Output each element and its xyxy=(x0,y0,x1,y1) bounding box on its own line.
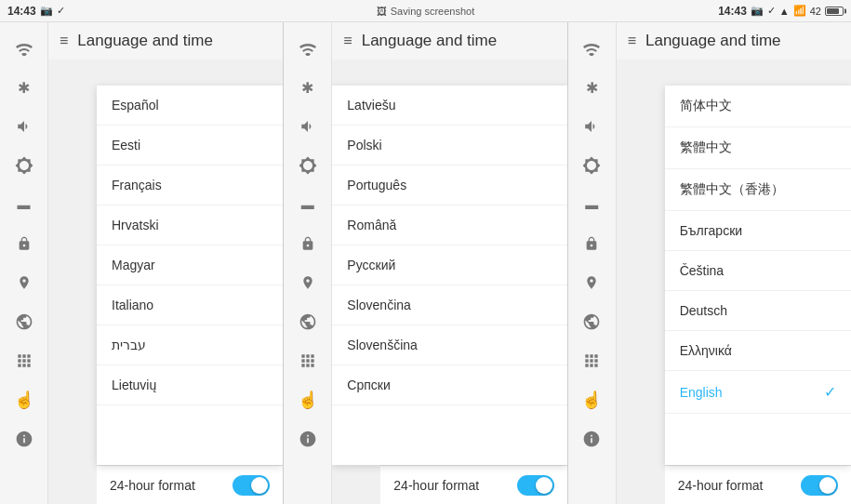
sidebar-volume-2[interactable] xyxy=(287,108,328,145)
sidebar-wifi[interactable] xyxy=(4,30,45,67)
lang-bulgarian[interactable]: Български xyxy=(665,211,851,251)
verified-icon: ✓ xyxy=(57,5,65,17)
sidebar-2: ✱ ▬ ☝ xyxy=(284,22,332,504)
lang-slovenscina[interactable]: Slovenščina xyxy=(332,325,566,365)
sidebar-volume-3[interactable] xyxy=(571,108,612,145)
sidebar-lock-3[interactable] xyxy=(571,225,612,262)
page-header-3: ≡ Language and time xyxy=(617,22,851,60)
sidebar-apps-2[interactable] xyxy=(287,342,328,379)
sidebar-bluetooth-3[interactable]: ✱ xyxy=(571,69,612,106)
sidebar-battery[interactable]: ▬ xyxy=(4,186,45,223)
sidebar-brightness[interactable] xyxy=(4,147,45,184)
lang-hebrew[interactable]: עברית xyxy=(97,325,283,365)
wifi-icon-right: ▲ xyxy=(779,6,790,17)
toggle-3[interactable] xyxy=(801,475,838,496)
sidebar-accessibility-2[interactable]: ☝ xyxy=(287,381,328,418)
lang-lietuvi[interactable]: Lietuvių xyxy=(97,365,283,405)
status-time: 14:43 xyxy=(7,5,36,18)
sidebar-brightness-2[interactable] xyxy=(287,147,328,184)
sidebar-location-3[interactable] xyxy=(571,264,612,301)
sidebar-battery-3[interactable]: ▬ xyxy=(571,186,612,223)
sidebar-accessibility[interactable]: ☝ xyxy=(4,381,45,418)
lang-polski[interactable]: Polski xyxy=(332,126,566,166)
sidebar-globe[interactable] xyxy=(4,303,45,340)
lang-francais[interactable]: Français xyxy=(97,166,283,206)
sidebar-apps-3[interactable] xyxy=(571,342,612,379)
language-dropdown-2: Latviešu Polski Português Română Русский… xyxy=(332,86,566,465)
lang-latviesu[interactable]: Latviešu xyxy=(332,86,566,126)
panel-3: ✱ ▬ ☝ xyxy=(568,22,851,504)
toggle-2[interactable] xyxy=(517,475,554,496)
sidebar-wifi-2[interactable] xyxy=(287,30,328,67)
format-label-3: 24-hour format xyxy=(678,478,764,493)
sidebar-globe-3[interactable] xyxy=(571,303,612,340)
page-title-1: Language and time xyxy=(77,32,213,50)
camera-icon: 📷 xyxy=(40,5,53,17)
screenshot-icon: 🖼 xyxy=(377,6,387,17)
sidebar-info-2[interactable] xyxy=(287,420,328,458)
lang-russian[interactable]: Русский xyxy=(332,245,566,285)
status-bar: 14:43 📷 ✓ 🖼 Saving screenshot 14:43 📷 ✓ … xyxy=(0,0,851,22)
lang-simplified-chinese[interactable]: 简体中文 xyxy=(665,86,851,127)
lang-romana[interactable]: Română xyxy=(332,206,566,245)
lang-deutsch[interactable]: Deutsch xyxy=(665,291,851,331)
lang-greek[interactable]: Ελληνικά xyxy=(665,331,851,371)
content-area-1: ≡ Language and time Español Eesti França… xyxy=(48,22,283,504)
page-title-3: Language and time xyxy=(645,32,781,50)
sidebar-bluetooth-2[interactable]: ✱ xyxy=(287,69,328,106)
sidebar-battery-2[interactable]: ▬ xyxy=(287,186,328,223)
sidebar-bluetooth[interactable]: ✱ xyxy=(4,69,45,106)
check-icon: ✓ xyxy=(824,383,836,401)
lang-srpski[interactable]: Српски xyxy=(332,365,566,405)
panel-1: ✱ ▬ ☝ xyxy=(0,22,284,504)
sidebar-lock-2[interactable] xyxy=(287,225,328,262)
sidebar-3: ✱ ▬ ☝ xyxy=(568,22,617,504)
saving-text: Saving screenshot xyxy=(391,6,475,17)
verified-icon-right: ✓ xyxy=(767,5,776,17)
toggle-1[interactable] xyxy=(233,475,270,496)
lang-espanol[interactable]: Español xyxy=(97,86,283,126)
sidebar-accessibility-3[interactable]: ☝ xyxy=(571,381,612,418)
battery-indicator xyxy=(825,7,844,16)
page-title-2: Language and time xyxy=(362,32,498,50)
format-label-1: 24-hour format xyxy=(110,478,195,493)
main-content: ✱ ▬ ☝ xyxy=(0,22,851,504)
sidebar-info[interactable] xyxy=(4,420,45,458)
sidebar-location-2[interactable] xyxy=(287,264,328,301)
sidebar-info-3[interactable] xyxy=(571,420,612,458)
format-bar-2: 24-hour format xyxy=(380,465,566,504)
hamburger-icon-3: ≡ xyxy=(628,33,636,49)
lang-traditional-chinese-hk[interactable]: 繁體中文（香港） xyxy=(665,169,851,211)
sidebar-volume[interactable] xyxy=(4,108,45,145)
sidebar-brightness-3[interactable] xyxy=(571,147,612,184)
sidebar-lock[interactable] xyxy=(4,225,45,262)
battery-text: 42 xyxy=(810,6,821,17)
status-time-right: 14:43 xyxy=(718,5,747,18)
lang-portugues[interactable]: Português xyxy=(332,166,566,206)
lang-italiano[interactable]: Italiano xyxy=(97,285,283,325)
panel-2: ✱ ▬ ☝ xyxy=(284,22,567,504)
hamburger-icon-1: ≡ xyxy=(60,33,68,49)
page-header-1: ≡ Language and time xyxy=(48,22,283,60)
lang-magyar[interactable]: Magyar xyxy=(97,245,283,285)
lang-english[interactable]: English ✓ xyxy=(665,371,851,414)
language-dropdown-1: Español Eesti Français Hrvatski Magyar I… xyxy=(97,86,283,465)
format-bar-3: 24-hour format xyxy=(665,465,851,504)
format-label-2: 24-hour format xyxy=(393,478,479,493)
status-bar-right: 14:43 📷 ✓ ▲ 📶 42 xyxy=(718,5,844,18)
sidebar-apps[interactable] xyxy=(4,342,45,379)
status-bar-center: 🖼 Saving screenshot xyxy=(377,6,475,17)
format-bar-1: 24-hour format xyxy=(97,465,283,504)
content-area-2: ≡ Language and time Latviešu Polski Port… xyxy=(332,22,566,504)
sidebar-1: ✱ ▬ ☝ xyxy=(0,22,48,504)
lang-hrvatski[interactable]: Hrvatski xyxy=(97,206,283,245)
lang-czech[interactable]: Čeština xyxy=(665,251,851,291)
english-label: English xyxy=(680,385,723,400)
lang-slovencina[interactable]: Slovenčina xyxy=(332,285,566,325)
sidebar-location[interactable] xyxy=(4,264,45,301)
signal-icon: 📶 xyxy=(793,5,806,17)
lang-traditional-chinese[interactable]: 繁體中文 xyxy=(665,127,851,169)
lang-eesti[interactable]: Eesti xyxy=(97,126,283,166)
sidebar-globe-2[interactable] xyxy=(287,303,328,340)
sidebar-wifi-3[interactable] xyxy=(571,30,612,67)
